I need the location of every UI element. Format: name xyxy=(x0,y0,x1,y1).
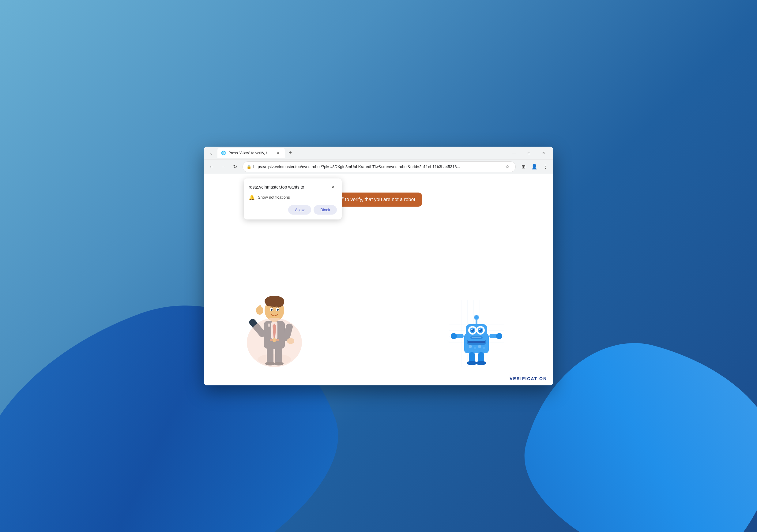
browser-window: ⌄ 🌐 Press "Allow" to verify, that yo × +… xyxy=(204,147,553,385)
verification-label: VERIFICATION xyxy=(510,376,547,381)
forward-button[interactable]: → xyxy=(218,162,228,172)
robot-character xyxy=(449,300,504,367)
reload-button[interactable]: ↻ xyxy=(230,162,240,172)
extensions-button[interactable]: ⊞ xyxy=(518,162,529,172)
notification-popup: rqstz.veinmaster.top wants to × 🔔 Show n… xyxy=(244,178,342,220)
nav-right-buttons: ⊞ 👤 ⋮ xyxy=(518,162,551,172)
svg-point-16 xyxy=(274,298,284,307)
tab-title: Press "Allow" to verify, that yo xyxy=(228,151,273,155)
tab-area: 🌐 Press "Allow" to verify, that yo × + xyxy=(217,148,506,158)
address-bar[interactable]: 🔒 ☆ xyxy=(243,161,516,172)
notification-buttons: Allow Block xyxy=(249,205,337,215)
window-controls: — □ ✕ xyxy=(507,148,551,158)
svg-point-17 xyxy=(265,299,274,307)
block-button[interactable]: Block xyxy=(314,205,337,215)
close-icon: ✕ xyxy=(542,151,545,155)
reload-icon: ↻ xyxy=(233,164,237,169)
menu-icon: ⋮ xyxy=(543,164,548,169)
notification-item-label: Show notifications xyxy=(258,195,290,199)
tab-favicon: 🌐 xyxy=(221,151,226,156)
notification-item: 🔔 Show notifications xyxy=(249,194,337,200)
tab-close-button[interactable]: × xyxy=(275,150,281,156)
notification-popup-close[interactable]: × xyxy=(329,183,337,191)
minimize-button[interactable]: — xyxy=(507,148,521,158)
new-tab-button[interactable]: + xyxy=(286,149,295,157)
maximize-icon: □ xyxy=(528,151,530,155)
nav-bar: ← → ↻ 🔒 ☆ ⊞ 👤 ⋮ xyxy=(204,160,553,174)
forward-icon: → xyxy=(221,164,226,169)
notification-popup-title: rqstz.veinmaster.top wants to xyxy=(249,185,304,190)
bookmark-icon: ☆ xyxy=(505,164,510,169)
svg-point-20 xyxy=(271,309,273,311)
tab-list-icon: ⌄ xyxy=(209,151,213,156)
browser-content: rqstz.veinmaster.top wants to × 🔔 Show n… xyxy=(204,174,553,385)
tab-list-button[interactable]: ⌄ xyxy=(206,148,216,158)
grid-svg xyxy=(449,300,504,367)
svg-point-21 xyxy=(277,309,279,311)
bookmark-button[interactable]: ☆ xyxy=(503,163,512,171)
lock-icon: 🔒 xyxy=(247,164,252,169)
new-tab-icon: + xyxy=(289,150,292,156)
maximize-button[interactable]: □ xyxy=(522,148,536,158)
back-icon: ← xyxy=(209,164,214,169)
svg-rect-25 xyxy=(449,300,504,367)
allow-button[interactable]: Allow xyxy=(288,205,311,215)
close-button[interactable]: ✕ xyxy=(536,148,551,158)
bell-icon: 🔔 xyxy=(249,194,255,200)
person-character xyxy=(241,272,308,370)
svg-rect-11 xyxy=(259,305,261,312)
extensions-icon: ⊞ xyxy=(522,164,526,169)
title-bar: ⌄ 🌐 Press "Allow" to verify, that yo × +… xyxy=(204,147,553,160)
profile-icon: 👤 xyxy=(531,164,537,169)
profile-button[interactable]: 👤 xyxy=(529,162,540,172)
back-button[interactable]: ← xyxy=(206,162,217,172)
active-tab[interactable]: 🌐 Press "Allow" to verify, that yo × xyxy=(217,148,285,158)
minimize-icon: — xyxy=(512,151,516,155)
notification-popup-header: rqstz.veinmaster.top wants to × xyxy=(249,183,337,191)
url-input[interactable] xyxy=(253,164,501,169)
menu-button[interactable]: ⋮ xyxy=(540,162,551,172)
